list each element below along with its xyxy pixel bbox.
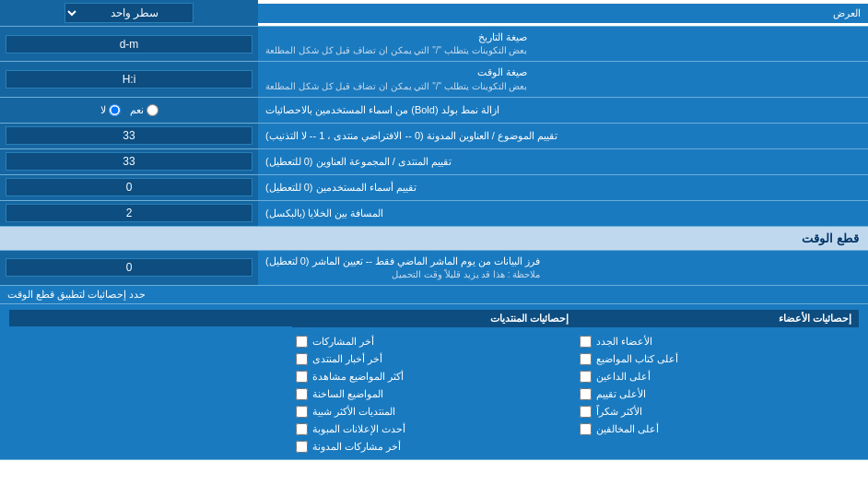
forums-stat-0-checkbox[interactable]	[296, 336, 308, 348]
members-stat-2: أعلى الداعين	[576, 370, 859, 384]
forums-stat-6: أخر مشاركات المدونة	[292, 440, 575, 454]
cut-time-input[interactable]	[6, 258, 252, 277]
topics-order-row: تقييم الموضوع / العناوين المدونة (0 -- ا…	[0, 124, 868, 149]
time-format-title: صيغة الوقت	[265, 65, 527, 79]
display-row: العرض سطر واحدسطرينثلاثة أسطر	[0, 0, 868, 27]
remove-bold-no-radio[interactable]	[109, 104, 121, 116]
members-stat-3-label: الأعلى تقييم	[596, 388, 646, 400]
forum-group-label: تقييم المنتدى / المجموعة العناوين (0 للت…	[258, 149, 868, 174]
forums-stat-5-label: أحدث الإعلانات المبوبة	[312, 423, 405, 435]
time-format-label: صيغة الوقت بعض التكوينات يتطلب "/" التي …	[258, 62, 868, 96]
members-stat-5: أعلى المخالفين	[576, 422, 859, 436]
members-stat-4-checkbox[interactable]	[580, 406, 592, 418]
cut-time-label: فرز البيانات من يوم الماشر الماضي فقط --…	[258, 251, 868, 285]
topics-order-input[interactable]	[6, 126, 252, 145]
display-select[interactable]: سطر واحدسطرينثلاثة أسطر	[65, 3, 194, 23]
cut-time-note-label: ملاحظة : هذا قد يزيد قليلاً وقت التحميل	[265, 268, 540, 281]
cut-time-input-cell	[0, 251, 258, 285]
remove-bold-yes-text: نعم	[130, 104, 144, 116]
forums-stat-4: المنتديات الأكثر شبية	[292, 405, 575, 419]
members-stat-1-checkbox[interactable]	[580, 353, 592, 365]
cells-space-row: المسافة بين الخلايا (بالبكسل)	[0, 201, 868, 227]
members-stat-5-label: أعلى المخالفين	[596, 423, 659, 435]
remove-bold-radio-cell: نعم لا	[0, 98, 258, 123]
members-stat-4: الأكثر شكراً	[576, 405, 859, 419]
users-order-input[interactable]	[6, 178, 252, 196]
remove-bold-row: ازالة نمط بولد (Bold) من اسماء المستخدمي…	[0, 98, 868, 124]
forums-stat-3-checkbox[interactable]	[296, 388, 308, 400]
members-stat-1: أعلى كتاب المواضيع	[576, 352, 859, 366]
forums-stat-0-label: أخر المشاركات	[312, 336, 374, 348]
empty-col	[9, 310, 292, 454]
members-stats-header: إحصائيات الأعضاء	[576, 310, 859, 327]
members-stat-0-checkbox[interactable]	[580, 336, 592, 348]
members-stat-1-label: أعلى كتاب المواضيع	[596, 353, 678, 365]
forum-group-input[interactable]	[6, 152, 252, 171]
members-stat-4-label: الأكثر شكراً	[596, 406, 642, 418]
date-format-input-cell	[0, 27, 258, 61]
display-label: العرض	[258, 4, 868, 23]
checkbox-grid: إحصائيات الأعضاء الأعضاء الجدد أعلى كتاب…	[9, 310, 859, 454]
forums-stat-2-checkbox[interactable]	[296, 371, 308, 383]
forums-stats-col: إحصائيات المنتديات أخر المشاركات أخر أخب…	[292, 310, 575, 454]
checkbox-section: إحصائيات الأعضاء الأعضاء الجدد أعلى كتاب…	[0, 304, 868, 460]
cut-time-section-header: قطع الوقت	[0, 227, 868, 251]
cut-time-main-label: فرز البيانات من يوم الماشر الماضي فقط --…	[265, 254, 540, 268]
date-format-title: صيغة التاريخ	[265, 30, 527, 44]
users-order-row: تقييم أسماء المستخدمين (0 للتعطيل)	[0, 175, 868, 201]
forums-stat-1-checkbox[interactable]	[296, 353, 308, 365]
members-stat-0: الأعضاء الجدد	[576, 335, 859, 349]
date-format-sublabel: بعض التكوينات يتطلب "/" التي يمكن ان تضا…	[265, 44, 527, 57]
forums-stat-4-label: المنتديات الأكثر شبية	[312, 406, 395, 418]
members-stat-0-label: الأعضاء الجدد	[596, 336, 652, 348]
forums-stat-1-label: أخر أخبار المنتدى	[312, 353, 382, 365]
date-format-input[interactable]	[6, 35, 252, 53]
members-stat-3: الأعلى تقييم	[576, 387, 859, 401]
forum-group-row: تقييم المنتدى / المجموعة العناوين (0 للت…	[0, 149, 868, 175]
members-stats-col: إحصائيات الأعضاء الأعضاء الجدد أعلى كتاب…	[576, 310, 859, 454]
forums-stats-header: إحصائيات المنتديات	[292, 310, 575, 327]
forums-stat-1: أخر أخبار المنتدى	[292, 352, 575, 366]
remove-bold-yes-label[interactable]: نعم	[130, 104, 158, 116]
forums-stat-2-label: أكثر المواضيع مشاهدة	[312, 371, 404, 383]
topics-order-label: تقييم الموضوع / العناوين المدونة (0 -- ا…	[258, 124, 868, 148]
forums-stat-5: أحدث الإعلانات المبوبة	[292, 422, 575, 436]
time-format-row: صيغة الوقت بعض التكوينات يتطلب "/" التي …	[0, 62, 868, 97]
empty-col-header	[9, 310, 292, 326]
remove-bold-no-label[interactable]: لا	[100, 104, 121, 116]
date-format-label: صيغة التاريخ بعض التكوينات يتطلب "/" الت…	[258, 27, 868, 61]
forums-stat-4-checkbox[interactable]	[296, 406, 308, 418]
cut-time-row: فرز البيانات من يوم الماشر الماضي فقط --…	[0, 251, 868, 286]
forums-stat-6-label: أخر مشاركات المدونة	[312, 441, 401, 453]
forums-stat-3: المواضيع الساخنة	[292, 387, 575, 401]
members-stat-5-checkbox[interactable]	[580, 423, 592, 435]
members-stat-3-checkbox[interactable]	[580, 388, 592, 400]
topics-order-input-cell	[0, 124, 258, 148]
users-order-input-cell	[0, 175, 258, 200]
remove-bold-no-text: لا	[100, 104, 106, 116]
forums-stat-6-checkbox[interactable]	[296, 441, 308, 453]
forums-stat-3-label: المواضيع الساخنة	[312, 388, 383, 400]
forums-stat-2: أكثر المواضيع مشاهدة	[292, 370, 575, 384]
users-order-label: تقييم أسماء المستخدمين (0 للتعطيل)	[258, 175, 868, 200]
date-format-row: صيغة التاريخ بعض التكوينات يتطلب "/" الت…	[0, 27, 868, 62]
display-select-cell: سطر واحدسطرينثلاثة أسطر	[0, 0, 258, 26]
limit-row: حدد إحصائيات لتطبيق قطع الوقت	[0, 286, 868, 304]
cells-space-label: المسافة بين الخلايا (بالبكسل)	[258, 201, 868, 226]
remove-bold-yes-radio[interactable]	[147, 104, 158, 116]
time-format-sublabel: بعض التكوينات يتطلب "/" التي يمكن ان تضا…	[265, 80, 527, 93]
remove-bold-label: ازالة نمط بولد (Bold) من اسماء المستخدمي…	[258, 98, 868, 123]
members-stat-2-label: أعلى الداعين	[596, 371, 651, 383]
forums-stat-5-checkbox[interactable]	[296, 423, 308, 435]
cells-space-input[interactable]	[6, 204, 252, 222]
forums-stat-0: أخر المشاركات	[292, 335, 575, 349]
forum-group-input-cell	[0, 149, 258, 174]
time-format-input-cell	[0, 62, 258, 96]
cells-space-input-cell	[0, 201, 258, 226]
members-stat-2-checkbox[interactable]	[580, 371, 592, 383]
time-format-input[interactable]	[6, 70, 252, 89]
